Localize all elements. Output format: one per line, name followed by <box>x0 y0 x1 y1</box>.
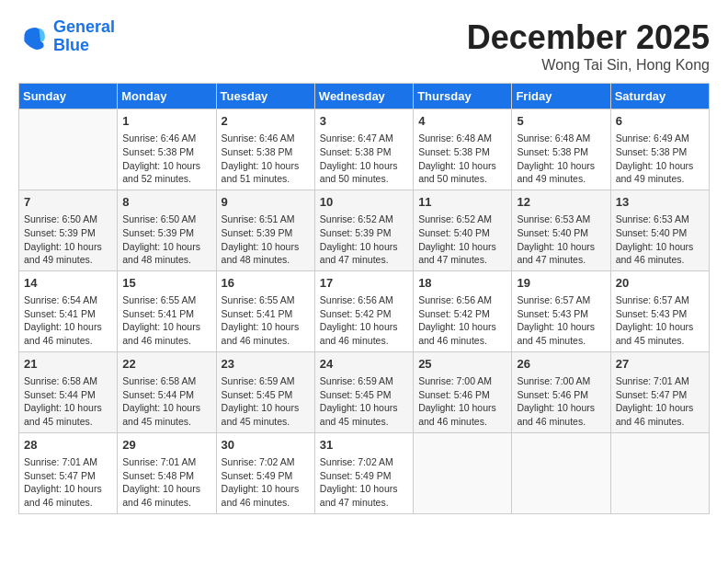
day-info-line: Sunrise: 7:00 AM <box>517 374 605 388</box>
day-info-line: Daylight: 10 hours <box>418 401 506 415</box>
day-number: 29 <box>122 437 210 454</box>
day-info-line: Sunrise: 6:52 AM <box>418 213 506 226</box>
calendar-cell: 23Sunrise: 6:59 AMSunset: 5:45 PMDayligh… <box>216 351 314 432</box>
day-info-line: Sunset: 5:38 PM <box>418 145 506 159</box>
calendar-body: 1Sunrise: 6:46 AMSunset: 5:38 PMDaylight… <box>19 109 710 514</box>
day-info-line: and 46 minutes. <box>24 334 112 348</box>
day-info-line: Daylight: 10 hours <box>616 159 704 173</box>
day-info-line: Sunrise: 6:55 AM <box>222 293 310 307</box>
day-info-line: Sunset: 5:47 PM <box>24 469 112 483</box>
title-block: December 2025 Wong Tai Sin, Hong Kong <box>467 18 710 74</box>
calendar-cell <box>19 109 118 190</box>
day-info-line: Sunset: 5:38 PM <box>616 145 704 159</box>
calendar-cell: 2Sunrise: 6:46 AMSunset: 5:38 PMDaylight… <box>216 109 314 190</box>
day-number: 15 <box>122 275 210 292</box>
day-number: 4 <box>418 113 506 130</box>
day-info-line: Sunrise: 6:49 AM <box>616 132 704 145</box>
day-number: 28 <box>24 437 112 454</box>
day-info-line: Daylight: 10 hours <box>517 240 605 254</box>
day-info-line: Sunset: 5:46 PM <box>418 388 506 402</box>
calendar-cell: 5Sunrise: 6:48 AMSunset: 5:38 PMDaylight… <box>512 109 610 190</box>
day-info-line: Sunset: 5:44 PM <box>24 388 112 402</box>
day-header-saturday: Saturday <box>610 84 709 109</box>
day-info-line: Sunset: 5:45 PM <box>222 388 310 402</box>
calendar-cell: 16Sunrise: 6:55 AMSunset: 5:41 PMDayligh… <box>216 270 314 351</box>
calendar-cell: 21Sunrise: 6:58 AMSunset: 5:44 PMDayligh… <box>19 351 118 432</box>
location-title: Wong Tai Sin, Hong Kong <box>467 57 710 74</box>
day-info-line: Sunrise: 6:59 AM <box>320 374 408 388</box>
day-info-line: and 46 minutes. <box>616 415 704 429</box>
calendar-cell: 24Sunrise: 6:59 AMSunset: 5:45 PMDayligh… <box>314 351 413 432</box>
day-info-line: Daylight: 10 hours <box>222 401 310 415</box>
day-info-line: and 48 minutes. <box>122 253 210 267</box>
day-info-line: Daylight: 10 hours <box>320 240 408 254</box>
day-number: 17 <box>320 275 408 292</box>
day-info-line: Daylight: 10 hours <box>320 320 408 334</box>
day-info-line: Sunrise: 6:56 AM <box>320 293 408 307</box>
day-number: 27 <box>616 356 704 373</box>
day-info-line: Sunrise: 6:52 AM <box>320 213 408 226</box>
day-info-line: and 52 minutes. <box>122 172 210 186</box>
day-info-line: Sunrise: 7:01 AM <box>616 374 704 388</box>
day-number: 6 <box>616 113 704 130</box>
calendar-cell: 30Sunrise: 7:02 AMSunset: 5:49 PMDayligh… <box>216 432 314 513</box>
day-number: 22 <box>122 356 210 373</box>
day-info-line: Sunset: 5:38 PM <box>320 145 408 159</box>
day-info-line: Sunset: 5:41 PM <box>122 307 210 321</box>
day-header-monday: Monday <box>118 84 216 109</box>
day-info-line: Daylight: 10 hours <box>222 240 310 254</box>
calendar-cell: 6Sunrise: 6:49 AMSunset: 5:38 PMDaylight… <box>610 109 709 190</box>
days-header-row: SundayMondayTuesdayWednesdayThursdayFrid… <box>19 84 710 109</box>
calendar-cell: 3Sunrise: 6:47 AMSunset: 5:38 PMDaylight… <box>314 109 413 190</box>
day-number: 16 <box>222 275 310 292</box>
calendar-cell: 20Sunrise: 6:57 AMSunset: 5:43 PMDayligh… <box>610 270 709 351</box>
day-info-line: Sunrise: 7:02 AM <box>222 455 310 469</box>
calendar-cell: 25Sunrise: 7:00 AMSunset: 5:46 PMDayligh… <box>414 351 512 432</box>
day-info-line: and 45 minutes. <box>222 415 310 429</box>
day-info-line: Sunrise: 6:48 AM <box>517 132 605 145</box>
day-info-line: and 46 minutes. <box>222 334 310 348</box>
calendar-cell: 4Sunrise: 6:48 AMSunset: 5:38 PMDaylight… <box>414 109 512 190</box>
day-number: 7 <box>24 194 112 211</box>
day-info-line: Sunset: 5:42 PM <box>320 307 408 321</box>
calendar-cell: 10Sunrise: 6:52 AMSunset: 5:39 PMDayligh… <box>314 190 413 270</box>
day-info-line: Sunrise: 6:58 AM <box>122 374 210 388</box>
calendar-cell: 17Sunrise: 6:56 AMSunset: 5:42 PMDayligh… <box>314 270 413 351</box>
day-info-line: and 50 minutes. <box>418 172 506 186</box>
day-info-line: Daylight: 10 hours <box>24 482 112 496</box>
day-info-line: Sunset: 5:39 PM <box>222 226 310 240</box>
day-info-line: and 49 minutes. <box>517 172 605 186</box>
day-info-line: Daylight: 10 hours <box>222 320 310 334</box>
page-header: General Blue December 2025 Wong Tai Sin,… <box>18 18 710 74</box>
day-info-line: Daylight: 10 hours <box>222 159 310 173</box>
day-info-line: Daylight: 10 hours <box>616 240 704 254</box>
calendar-cell: 29Sunrise: 7:01 AMSunset: 5:48 PMDayligh… <box>118 432 216 513</box>
day-info-line: Daylight: 10 hours <box>320 159 408 173</box>
day-info-line: Sunrise: 6:56 AM <box>418 293 506 307</box>
day-info-line: Sunrise: 6:53 AM <box>517 213 605 226</box>
day-info-line: Sunset: 5:42 PM <box>418 307 506 321</box>
day-info-line: Daylight: 10 hours <box>517 159 605 173</box>
calendar-cell: 1Sunrise: 6:46 AMSunset: 5:38 PMDaylight… <box>118 109 216 190</box>
day-info-line: Sunrise: 6:46 AM <box>122 132 210 145</box>
calendar-cell: 26Sunrise: 7:00 AMSunset: 5:46 PMDayligh… <box>512 351 610 432</box>
day-info-line: Sunset: 5:45 PM <box>320 388 408 402</box>
calendar-cell: 8Sunrise: 6:50 AMSunset: 5:39 PMDaylight… <box>118 190 216 270</box>
day-info-line: and 47 minutes. <box>418 253 506 267</box>
day-info-line: and 49 minutes. <box>616 172 704 186</box>
logo-icon <box>18 22 48 52</box>
week-row-3: 14Sunrise: 6:54 AMSunset: 5:41 PMDayligh… <box>19 270 710 351</box>
calendar-cell <box>512 432 610 513</box>
day-header-sunday: Sunday <box>19 84 118 109</box>
day-number: 23 <box>222 356 310 373</box>
day-info-line: Daylight: 10 hours <box>122 401 210 415</box>
day-info-line: Sunrise: 6:55 AM <box>122 293 210 307</box>
day-number: 18 <box>418 275 506 292</box>
day-info-line: Sunrise: 6:57 AM <box>616 293 704 307</box>
day-info-line: Sunrise: 6:59 AM <box>222 374 310 388</box>
day-info-line: Sunset: 5:39 PM <box>122 226 210 240</box>
day-info-line: and 50 minutes. <box>320 172 408 186</box>
day-info-line: Sunset: 5:40 PM <box>418 226 506 240</box>
day-info-line: Daylight: 10 hours <box>418 240 506 254</box>
day-info-line: Daylight: 10 hours <box>24 401 112 415</box>
